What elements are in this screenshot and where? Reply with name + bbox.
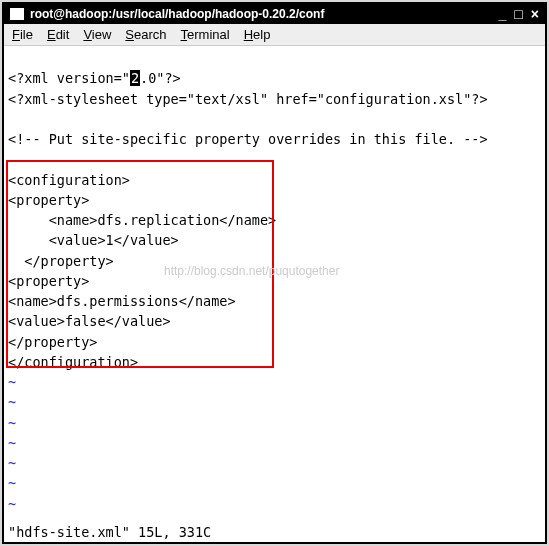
code-line: <property>: [8, 192, 89, 208]
vim-status-line: "hdfs-site.xml" 15L, 331C: [4, 524, 545, 542]
code-line: <?xml version="2.0"?>: [8, 70, 181, 86]
menu-view[interactable]: View: [83, 27, 111, 42]
editor-area[interactable]: <?xml version="2.0"?> <?xml-stylesheet t…: [4, 46, 545, 524]
minimize-button[interactable]: _: [499, 7, 507, 21]
vim-tilde: ~: [8, 475, 16, 491]
vim-tilde: ~: [8, 394, 16, 410]
cursor: 2: [130, 70, 140, 86]
vim-tilde: ~: [8, 415, 16, 431]
terminal-window: root@hadoop:/usr/local/hadoop/hadoop-0.2…: [2, 2, 547, 544]
vim-tilde: ~: [8, 455, 16, 471]
titlebar-left: root@hadoop:/usr/local/hadoop/hadoop-0.2…: [10, 7, 324, 21]
code-line: <value>false</value>: [8, 313, 171, 329]
code-line: </property>: [8, 334, 97, 350]
close-button[interactable]: ×: [531, 7, 539, 21]
titlebar: root@hadoop:/usr/local/hadoop/hadoop-0.2…: [4, 4, 545, 24]
maximize-button[interactable]: □: [514, 7, 522, 21]
watermark: http://blog.csdn.net/puqutogether: [164, 262, 339, 280]
text: .0"?>: [140, 70, 181, 86]
code-line: <name>dfs.permissions</name>: [8, 293, 236, 309]
vim-tilde: ~: [8, 435, 16, 451]
text: <?xml version=": [8, 70, 130, 86]
code-line: <value>1</value>: [8, 232, 179, 248]
code-line: <name>dfs.replication</name>: [8, 212, 276, 228]
vim-tilde: ~: [8, 496, 16, 512]
code-line: <!-- Put site-specific property override…: [8, 131, 488, 147]
window-controls: _ □ ×: [499, 7, 539, 21]
menu-file[interactable]: File: [12, 27, 33, 42]
code-line: <?xml-stylesheet type="text/xsl" href="c…: [8, 91, 488, 107]
menu-edit[interactable]: Edit: [47, 27, 69, 42]
code-line: </property>: [8, 253, 114, 269]
menu-help[interactable]: Help: [244, 27, 271, 42]
code-line: <configuration>: [8, 172, 130, 188]
menubar: File Edit View Search Terminal Help: [4, 24, 545, 46]
code-line: </configuration>: [8, 354, 138, 370]
menu-terminal[interactable]: Terminal: [181, 27, 230, 42]
window-title: root@hadoop:/usr/local/hadoop/hadoop-0.2…: [30, 7, 324, 21]
code-line: <property>: [8, 273, 89, 289]
terminal-icon: [10, 8, 24, 20]
menu-search[interactable]: Search: [125, 27, 166, 42]
vim-tilde: ~: [8, 374, 16, 390]
